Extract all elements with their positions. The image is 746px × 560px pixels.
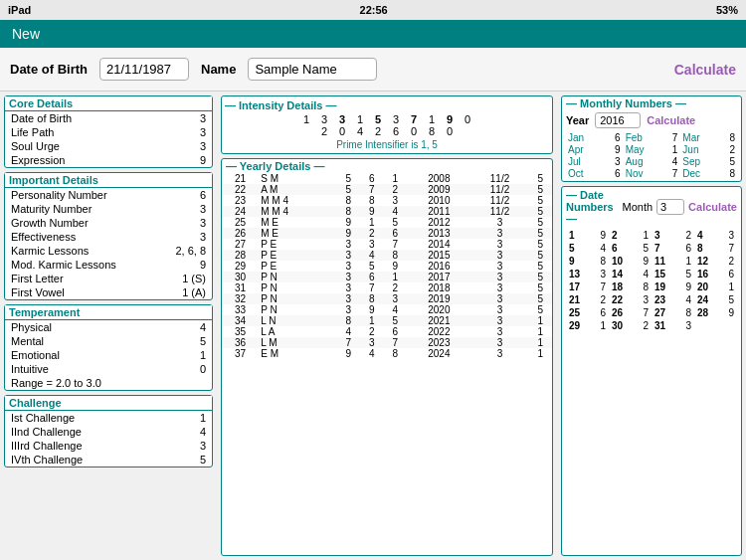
date-cell: 65 — [609, 242, 652, 255]
calculate-button[interactable]: Calculate — [674, 62, 736, 78]
date-cell: 109 — [609, 255, 652, 268]
core-details-section: Core Details Date of Birth3Life Path3Sou… — [4, 95, 213, 168]
challenge-row: IIIrd Challenge3 — [5, 439, 212, 453]
monthly-year-row: Year Calculate — [562, 110, 741, 130]
yearly-row: 21S M561200811/25 — [222, 173, 552, 184]
core-detail-row: Date of Birth3 — [5, 111, 212, 125]
yearly-row: 31P N372201835 — [222, 282, 552, 293]
date-cell: 278 — [652, 306, 694, 319]
header: New — [0, 20, 746, 48]
yearly-row: 37E M948202431 — [222, 348, 552, 359]
monthly-cell: Apr9 — [566, 144, 623, 155]
challenge-title: Challenge — [5, 396, 212, 411]
temperament-section: Temperament Physical4Mental5Emotional1In… — [4, 304, 213, 391]
monthly-grid: Jan6Feb7Mar8Apr9May1Jun2Jul3Aug4Sep5Oct6… — [562, 130, 741, 181]
challenge-row: IVth Challenge5 — [5, 453, 212, 467]
core-details-title: Core Details — [5, 96, 212, 111]
date-cell: 98 — [566, 255, 609, 268]
monthly-cell: Jul3 — [566, 156, 623, 167]
month-input[interactable] — [656, 199, 684, 215]
date-cell: 313 — [652, 319, 694, 332]
yearly-row: 27P E337201435 — [222, 239, 552, 250]
year-input[interactable] — [595, 112, 641, 128]
date-calculate-button[interactable]: Calculate — [688, 201, 737, 213]
month-label: Month — [623, 201, 653, 213]
challenge-row: Ist Challenge1 — [5, 411, 212, 425]
date-cell: 32 — [652, 229, 694, 242]
date-cell: 199 — [652, 280, 694, 293]
date-cell: 111 — [652, 255, 694, 268]
yearly-row: 32P N383201935 — [222, 293, 552, 304]
temperament-title: Temperament — [5, 305, 212, 320]
date-numbers-header: — Date Numbers — Month Calculate — [562, 187, 741, 227]
temperament-row: Mental5 — [5, 334, 212, 348]
status-right: 53% — [716, 4, 738, 16]
name-input[interactable] — [248, 58, 377, 81]
intensity-row-1: 1 3 3 1 5 3 7 1 9 0 — [225, 113, 549, 125]
battery: 53% — [716, 4, 738, 16]
middle-column: — Intensity Details — 1 3 3 1 5 3 7 1 9 … — [217, 92, 557, 560]
yearly-title: — Yearly Details — — [222, 159, 552, 173]
left-column: Core Details Date of Birth3Life Path3Sou… — [0, 92, 217, 560]
date-cell: 212 — [566, 293, 609, 306]
intensity-section: — Intensity Details — 1 3 3 1 5 3 7 1 9 … — [221, 95, 553, 154]
monthly-cell: Dec8 — [680, 168, 737, 179]
dob-input[interactable] — [99, 58, 189, 81]
important-detail-row: Mod. Karmic Lessons9 — [5, 258, 212, 272]
status-bar: iPad 22:56 53% — [0, 0, 746, 20]
yearly-row: 35L A426202231 — [222, 326, 552, 337]
yearly-row: 26M E926201335 — [222, 228, 552, 239]
date-cell: 234 — [652, 293, 694, 306]
yearly-row: 30P N361201735 — [222, 272, 552, 282]
yearly-row: 28P E348201535 — [222, 250, 552, 261]
right-column: — Monthly Numbers — Year Calculate Jan6F… — [557, 92, 746, 560]
date-cell: 155 — [652, 268, 694, 280]
prime-intensifier: Prime Intensifier is 1, 5 — [225, 139, 549, 150]
temperament-row: Physical4 — [5, 320, 212, 334]
core-detail-row: Soul Urge3 — [5, 139, 212, 153]
year-label: Year — [566, 114, 589, 126]
date-cell: 43 — [694, 229, 737, 242]
monthly-cell: Jan6 — [566, 132, 623, 143]
date-cell: 267 — [609, 306, 652, 319]
monthly-numbers-section: — Monthly Numbers — Year Calculate Jan6F… — [561, 95, 742, 182]
monthly-calculate-button[interactable]: Calculate — [647, 114, 695, 126]
yearly-row: 29P E359201635 — [222, 261, 552, 272]
important-detail-row: Personality Number6 — [5, 188, 212, 202]
important-detail-row: Growth Number3 — [5, 216, 212, 230]
important-detail-row: First Letter1 (S) — [5, 272, 212, 285]
important-details-title: Important Details — [5, 173, 212, 188]
date-cell: 76 — [652, 242, 694, 255]
date-cell: 188 — [609, 280, 652, 293]
date-cell: 223 — [609, 293, 652, 306]
date-cell: 245 — [694, 293, 737, 306]
important-detail-row: Effectiveness3 — [5, 230, 212, 244]
monthly-cell: Aug4 — [624, 156, 680, 167]
time: 22:56 — [360, 4, 388, 16]
core-detail-row: Expression9 — [5, 153, 212, 167]
yearly-row: 25M E915201235 — [222, 217, 552, 228]
date-cell: 122 — [694, 255, 737, 268]
date-cell: 177 — [566, 280, 609, 293]
monthly-cell: Sep5 — [680, 156, 737, 167]
monthly-cell: Oct6 — [566, 168, 623, 179]
date-cell: 87 — [694, 242, 737, 255]
important-detail-row: Maturity Number3 — [5, 202, 212, 216]
date-numbers-section: — Date Numbers — Month Calculate 1921324… — [561, 186, 742, 556]
monthly-cell: Jun2 — [680, 144, 737, 155]
date-cell: 19 — [566, 229, 609, 242]
challenge-section: Challenge Ist Challenge1IInd Challenge4I… — [4, 395, 213, 467]
main-content: Core Details Date of Birth3Life Path3Sou… — [0, 92, 746, 560]
core-detail-row: Life Path3 — [5, 125, 212, 139]
range-label: Range = 2.0 to 3.0 — [11, 377, 101, 389]
date-numbers-title: — Date Numbers — — [566, 189, 619, 225]
date-cell: 289 — [694, 306, 737, 319]
date-cell: 54 — [566, 242, 609, 255]
date-cell: 201 — [694, 280, 737, 293]
monthly-title: — Monthly Numbers — — [562, 96, 741, 110]
yearly-table: 21S M561200811/2522A M572200911/2523M M … — [222, 173, 552, 359]
monthly-cell: Nov7 — [624, 168, 680, 179]
device-name: iPad — [8, 4, 31, 16]
challenge-row: IInd Challenge4 — [5, 425, 212, 439]
monthly-cell: Feb7 — [624, 132, 680, 143]
